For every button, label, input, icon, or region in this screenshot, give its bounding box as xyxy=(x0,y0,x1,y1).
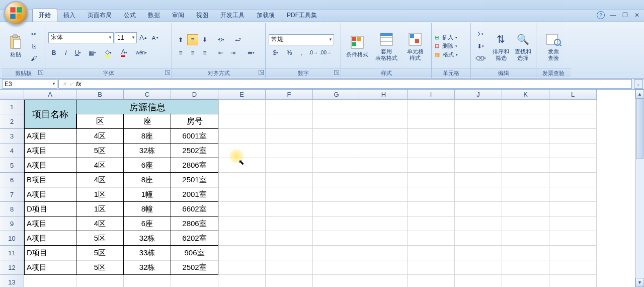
cell-G1[interactable] xyxy=(313,100,360,114)
cell-E12[interactable] xyxy=(218,260,266,275)
col-header-A[interactable]: A xyxy=(24,90,76,100)
cell-K1[interactable] xyxy=(502,100,549,114)
col-header-D[interactable]: D xyxy=(171,90,218,100)
cell-J6[interactable] xyxy=(455,173,502,187)
cell-J11[interactable] xyxy=(455,246,502,260)
format-cells-button[interactable]: ▦格式▾ xyxy=(435,51,467,58)
cell-F13[interactable] xyxy=(266,275,313,287)
cell-A6[interactable]: B项目 xyxy=(24,173,76,187)
cell-C7[interactable]: 1幢 xyxy=(124,187,171,202)
align-left-button[interactable]: ≡ xyxy=(175,47,186,58)
row-header-3[interactable]: 3 xyxy=(0,129,24,144)
cell-H4[interactable] xyxy=(360,144,408,158)
cell-H11[interactable] xyxy=(360,246,408,260)
cell-G13[interactable] xyxy=(313,275,360,287)
col-header-B[interactable]: B xyxy=(76,90,124,100)
cut-button[interactable]: ✂ xyxy=(28,29,39,40)
cell-G4[interactable] xyxy=(313,144,360,158)
cell-A7[interactable]: A项目 xyxy=(24,187,76,202)
cell-C11[interactable]: 33栋 xyxy=(124,246,171,260)
row-header-10[interactable]: 10 xyxy=(0,231,24,246)
increase-indent-button[interactable]: ⇥ xyxy=(227,47,238,58)
cell-K7[interactable] xyxy=(502,187,549,202)
cell-B3[interactable]: 4区 xyxy=(76,129,124,144)
cell-G8[interactable] xyxy=(313,202,360,217)
cell-I13[interactable] xyxy=(408,275,455,287)
align-right-button[interactable]: ≡ xyxy=(199,47,210,58)
conditional-format-button[interactable]: 条件格式 xyxy=(344,24,370,68)
number-format-combo[interactable]: 常规▼ xyxy=(269,34,334,45)
row-header-6[interactable]: 6 xyxy=(0,173,24,187)
cell-L2[interactable] xyxy=(549,114,597,129)
cell-E6[interactable] xyxy=(218,173,266,187)
autosum-button[interactable]: Σ▾ xyxy=(474,29,487,40)
cell-H9[interactable] xyxy=(360,217,408,231)
cell-J1[interactable] xyxy=(455,100,502,114)
cancel-formula-icon[interactable]: ✕ xyxy=(62,81,67,88)
row-header-1[interactable]: 1 xyxy=(0,100,24,114)
align-bottom-button[interactable]: ⬇ xyxy=(199,34,210,45)
italic-button[interactable]: I xyxy=(60,47,71,58)
select-all-button[interactable] xyxy=(0,90,24,100)
tab-页面布局[interactable]: 页面布局 xyxy=(82,9,118,22)
cell-F12[interactable] xyxy=(266,260,313,275)
cell-D10[interactable]: 6202室 xyxy=(171,231,218,246)
cell-K12[interactable] xyxy=(502,260,549,275)
cell-H1[interactable] xyxy=(360,100,408,114)
find-select-button[interactable]: 🔍 查找和 选择 xyxy=(513,24,533,68)
cell-J2[interactable] xyxy=(455,114,502,129)
row-header-9[interactable]: 9 xyxy=(0,217,24,231)
cell-I10[interactable] xyxy=(408,231,455,246)
decrease-indent-button[interactable]: ⇤ xyxy=(215,47,226,58)
cell-I6[interactable] xyxy=(408,173,455,187)
cell-L9[interactable] xyxy=(549,217,597,231)
tab-审阅[interactable]: 审阅 xyxy=(166,9,190,22)
cell-D2[interactable]: 房号 xyxy=(171,114,218,129)
align-dialog-launcher[interactable]: ↘ xyxy=(259,70,264,75)
percent-button[interactable]: % xyxy=(284,47,295,58)
cell-J5[interactable] xyxy=(455,158,502,173)
cell-D8[interactable]: 6602室 xyxy=(171,202,218,217)
cell-F1[interactable] xyxy=(266,100,313,114)
comma-button[interactable]: , xyxy=(296,47,307,58)
cell-D13[interactable] xyxy=(171,275,218,287)
cell-E9[interactable] xyxy=(218,217,266,231)
cell-A3[interactable]: A项目 xyxy=(24,129,76,144)
cell-E13[interactable] xyxy=(218,275,266,287)
cell-G12[interactable] xyxy=(313,260,360,275)
cell-G7[interactable] xyxy=(313,187,360,202)
cell-A8[interactable]: D项目 xyxy=(24,202,76,217)
vertical-scrollbar[interactable]: ▲ ▼ xyxy=(635,90,644,287)
col-header-I[interactable]: I xyxy=(408,90,455,100)
cell-L12[interactable] xyxy=(549,260,597,275)
cell-C6[interactable]: 8座 xyxy=(124,173,171,187)
cell-H7[interactable] xyxy=(360,187,408,202)
underline-button[interactable]: U▾ xyxy=(72,47,84,58)
copy-button[interactable]: ⎘ xyxy=(28,41,39,52)
cell-F11[interactable] xyxy=(266,246,313,260)
cell-I12[interactable] xyxy=(408,260,455,275)
cell-C13[interactable] xyxy=(124,275,171,287)
cell-C4[interactable]: 32栋 xyxy=(124,144,171,158)
cell-I8[interactable] xyxy=(408,202,455,217)
cell-E10[interactable] xyxy=(218,231,266,246)
wrap-text-button[interactable]: ⮐ xyxy=(231,34,245,45)
cell-G2[interactable] xyxy=(313,114,360,129)
cell-G11[interactable] xyxy=(313,246,360,260)
col-header-L[interactable]: L xyxy=(549,90,597,100)
font-size-combo[interactable]: 11▼ xyxy=(115,32,137,43)
phonetic-button[interactable]: wén▾ xyxy=(133,47,150,58)
table-format-button[interactable]: 套用 表格格式 xyxy=(372,24,400,68)
bold-button[interactable]: B xyxy=(48,47,59,58)
tab-插入[interactable]: 插入 xyxy=(57,9,82,22)
cell-E4[interactable] xyxy=(218,144,266,158)
scrollbar-thumb[interactable] xyxy=(636,99,643,159)
cell-H6[interactable] xyxy=(360,173,408,187)
font-name-combo[interactable]: 宋体▼ xyxy=(48,32,114,43)
office-button[interactable] xyxy=(4,1,28,25)
cell-K13[interactable] xyxy=(502,275,549,287)
sort-filter-button[interactable]: ⇅ 排序和 筛选 xyxy=(491,24,511,68)
orientation-button[interactable]: ⟲▾ xyxy=(215,34,226,45)
cell-K6[interactable] xyxy=(502,173,549,187)
cell-I5[interactable] xyxy=(408,158,455,173)
